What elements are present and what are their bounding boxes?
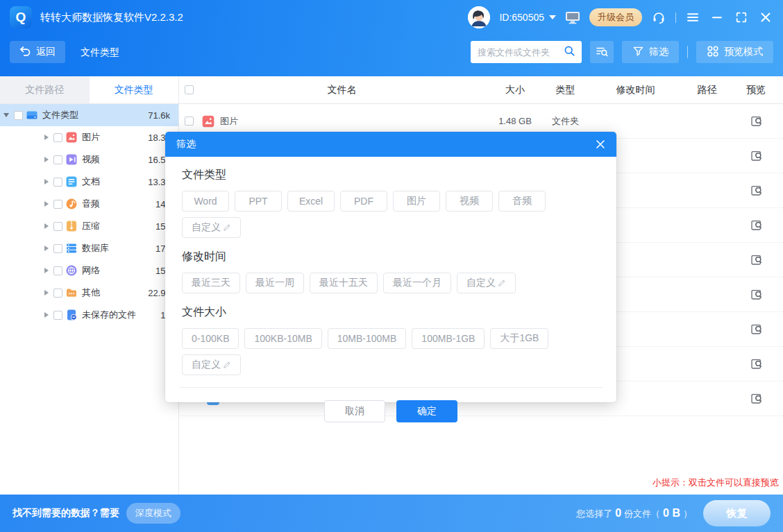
search-icon[interactable]	[564, 45, 575, 60]
menu-icon[interactable]	[685, 10, 700, 25]
custom-label: 自定义	[192, 359, 221, 371]
tree-item-label: 视频	[82, 153, 100, 166]
column-header-type[interactable]: 类型	[545, 84, 586, 96]
unsaved-icon	[65, 309, 78, 321]
column-header-size[interactable]: 大小	[485, 84, 545, 96]
customer-service-icon[interactable]	[651, 10, 666, 25]
expand-arrow-icon[interactable]	[44, 201, 49, 207]
expand-arrow-icon[interactable]	[44, 312, 49, 318]
preview-icon[interactable]	[750, 392, 763, 405]
deep-mode-button[interactable]: 深度模式	[126, 503, 180, 524]
tree-item[interactable]: 未保存的文件1k	[0, 304, 178, 326]
tree-item[interactable]: 网络15k	[0, 259, 178, 282]
preview-icon[interactable]	[750, 218, 763, 232]
app-title: 转转大师数据恢复软件V2.2.3.2	[40, 11, 183, 24]
preview-icon[interactable]	[750, 149, 763, 162]
filter-option[interactable]: 音频	[498, 191, 546, 212]
tree-item[interactable]: 音频14k	[0, 193, 178, 215]
column-header-modified[interactable]: 修改时间	[586, 84, 685, 96]
filter-option[interactable]: Word	[182, 191, 229, 212]
expand-arrow-icon[interactable]	[44, 268, 49, 273]
expand-arrow-icon[interactable]	[44, 179, 49, 185]
checkbox[interactable]	[53, 244, 62, 253]
filter-option[interactable]: 100KB-10MB	[244, 328, 321, 349]
upgrade-vip-button[interactable]: 升级会员	[589, 8, 642, 26]
column-header-name[interactable]: 文件名	[199, 84, 485, 96]
filter-custom-option[interactable]: 自定义	[182, 217, 241, 238]
confirm-button[interactable]: 确定	[396, 400, 457, 422]
back-button[interactable]: 返回	[10, 41, 65, 63]
collapse-arrow-icon[interactable]	[3, 113, 9, 117]
expand-arrow-icon[interactable]	[44, 135, 49, 140]
tab-file-type[interactable]: 文件类型	[90, 76, 179, 103]
checkbox[interactable]	[53, 311, 62, 320]
filter-option[interactable]: 最近一个月	[383, 273, 451, 293]
expand-arrow-icon[interactable]	[44, 246, 49, 251]
tip-text: 小提示：双击文件可以直接预览	[652, 477, 779, 489]
preview-mode-button[interactable]: 预览模式	[696, 41, 773, 63]
preview-icon[interactable]	[750, 323, 763, 336]
filter-button[interactable]: 筛选	[622, 41, 679, 63]
preview-icon[interactable]	[750, 184, 763, 197]
preview-icon[interactable]	[750, 114, 763, 128]
filter-option[interactable]: PDF	[340, 191, 387, 212]
filter-option[interactable]: 大于1GB	[490, 328, 548, 349]
grid-circles-icon	[707, 45, 719, 60]
checkbox[interactable]	[53, 200, 62, 209]
filter-option[interactable]: 图片	[393, 191, 440, 212]
monitor-icon[interactable]	[565, 10, 580, 25]
user-avatar[interactable]	[468, 6, 490, 28]
expand-arrow-icon[interactable]	[44, 290, 49, 295]
recover-button[interactable]: 恢复	[703, 500, 771, 526]
checkbox[interactable]	[53, 178, 62, 187]
filter-option[interactable]: 视频	[446, 191, 493, 212]
preview-icon[interactable]	[750, 357, 763, 370]
tree-item[interactable]: 视频16.5k	[0, 148, 178, 171]
tree-item[interactable]: 文件类型71.6k	[0, 104, 178, 126]
search-box	[471, 41, 582, 63]
tree-item-label: 其他	[82, 286, 100, 299]
filter-option[interactable]: 100MB-1GB	[412, 328, 485, 349]
filter-option[interactable]: 最近一周	[246, 273, 304, 293]
checkbox[interactable]	[53, 222, 62, 231]
filter-option[interactable]: PPT	[235, 191, 282, 212]
expand-arrow-icon[interactable]	[44, 223, 49, 229]
column-header-path[interactable]: 路径	[685, 84, 729, 96]
tree-item[interactable]: 数据库17k	[0, 237, 178, 259]
minimize-button[interactable]	[709, 10, 725, 25]
tree-item[interactable]: 文档13.3k	[0, 171, 178, 193]
dialog-close-button[interactable]	[596, 139, 605, 149]
checkbox[interactable]	[53, 266, 62, 275]
tree-item[interactable]: 其他22.9k	[0, 282, 178, 304]
expand-arrow-icon[interactable]	[44, 157, 49, 162]
row-checkbox[interactable]	[185, 117, 194, 126]
checkbox[interactable]	[53, 155, 62, 164]
checkbox[interactable]	[53, 133, 62, 142]
filter-option[interactable]: 最近三天	[182, 273, 240, 293]
maximize-button[interactable]	[734, 10, 749, 25]
filter-custom-option[interactable]: 自定义	[182, 354, 241, 375]
search-input[interactable]	[478, 47, 564, 58]
select-all-checkbox[interactable]	[185, 85, 194, 94]
filter-option[interactable]: 0-100KB	[182, 328, 239, 349]
filter-option[interactable]: Excel	[287, 191, 335, 212]
preview-icon[interactable]	[750, 288, 763, 301]
cancel-button[interactable]: 取消	[324, 400, 385, 422]
checkbox[interactable]	[14, 111, 23, 120]
tree-item[interactable]: 压缩15k	[0, 215, 178, 237]
search-in-results-button[interactable]	[590, 41, 614, 63]
filter-option[interactable]: 10MB-100MB	[328, 328, 407, 349]
tab-file-path[interactable]: 文件路径	[0, 76, 90, 103]
tree-item[interactable]: 图片18.3k	[0, 126, 178, 148]
close-button[interactable]	[758, 10, 773, 25]
checkbox[interactable]	[53, 289, 62, 298]
user-id-menu[interactable]: ID:650505	[499, 12, 556, 23]
pencil-icon	[498, 279, 506, 287]
preview-icon[interactable]	[750, 253, 763, 266]
filter-custom-option[interactable]: 自定义	[457, 273, 516, 293]
column-header-preview[interactable]: 预览	[729, 84, 783, 96]
filter-option[interactable]: 最近十五天	[310, 273, 378, 293]
audio-icon	[65, 198, 78, 210]
pencil-icon	[223, 361, 231, 369]
selected-size: 0 B	[663, 507, 680, 519]
